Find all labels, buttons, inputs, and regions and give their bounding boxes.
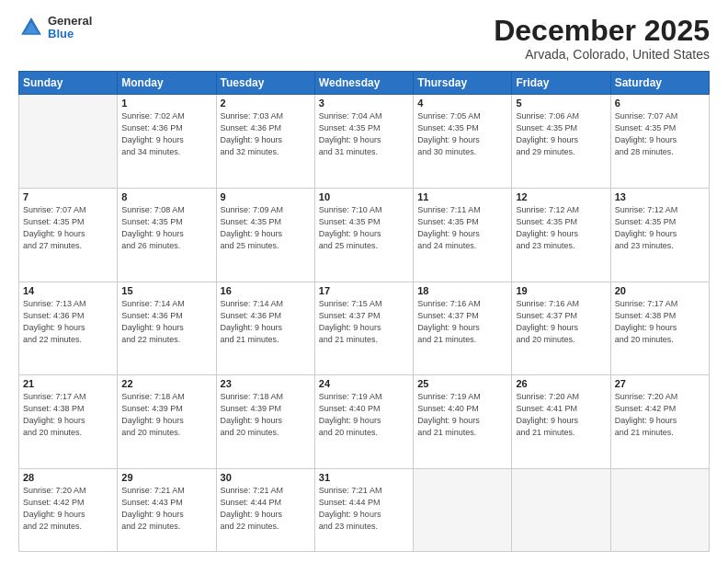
calendar-header-monday: Monday bbox=[118, 72, 216, 95]
table-row: 18Sunrise: 7:16 AMSunset: 4:37 PMDayligh… bbox=[414, 282, 512, 375]
logo: General Blue bbox=[18, 15, 92, 41]
table-row: 27Sunrise: 7:20 AMSunset: 4:42 PMDayligh… bbox=[610, 375, 709, 469]
day-number: 9 bbox=[221, 191, 311, 202]
table-row: 14Sunrise: 7:13 AMSunset: 4:36 PMDayligh… bbox=[19, 282, 118, 375]
day-info: Sunrise: 7:18 AMSunset: 4:39 PMDaylight:… bbox=[121, 391, 211, 439]
day-info: Sunrise: 7:04 AMSunset: 4:35 PMDaylight:… bbox=[319, 110, 409, 158]
table-row: 13Sunrise: 7:12 AMSunset: 4:35 PMDayligh… bbox=[610, 188, 709, 282]
day-info: Sunrise: 7:18 AMSunset: 4:39 PMDaylight:… bbox=[221, 391, 311, 439]
day-number: 3 bbox=[319, 98, 409, 109]
day-info: Sunrise: 7:05 AMSunset: 4:35 PMDaylight:… bbox=[417, 110, 507, 158]
day-number: 27 bbox=[615, 378, 705, 389]
table-row: 29Sunrise: 7:21 AMSunset: 4:43 PMDayligh… bbox=[118, 468, 216, 551]
day-number: 26 bbox=[516, 378, 606, 389]
day-info: Sunrise: 7:14 AMSunset: 4:36 PMDaylight:… bbox=[121, 298, 211, 346]
day-info: Sunrise: 7:20 AMSunset: 4:41 PMDaylight:… bbox=[516, 391, 606, 439]
calendar-header-row: SundayMondayTuesdayWednesdayThursdayFrid… bbox=[19, 72, 710, 95]
table-row: 3Sunrise: 7:04 AMSunset: 4:35 PMDaylight… bbox=[314, 95, 413, 189]
day-info: Sunrise: 7:20 AMSunset: 4:42 PMDaylight:… bbox=[615, 391, 705, 439]
calendar-header-friday: Friday bbox=[512, 72, 610, 95]
day-number: 1 bbox=[121, 98, 211, 109]
header: General Blue December 2025 Arvada, Color… bbox=[18, 15, 710, 62]
table-row: 19Sunrise: 7:16 AMSunset: 4:37 PMDayligh… bbox=[512, 282, 610, 375]
table-row: 20Sunrise: 7:17 AMSunset: 4:38 PMDayligh… bbox=[610, 282, 709, 375]
day-info: Sunrise: 7:07 AMSunset: 4:35 PMDaylight:… bbox=[615, 110, 705, 158]
day-info: Sunrise: 7:13 AMSunset: 4:36 PMDaylight:… bbox=[23, 298, 113, 346]
table-row: 7Sunrise: 7:07 AMSunset: 4:35 PMDaylight… bbox=[19, 188, 118, 282]
calendar-header-wednesday: Wednesday bbox=[314, 72, 413, 95]
table-row: 8Sunrise: 7:08 AMSunset: 4:35 PMDaylight… bbox=[118, 188, 216, 282]
page-title: December 2025 bbox=[494, 15, 710, 47]
table-row: 10Sunrise: 7:10 AMSunset: 4:35 PMDayligh… bbox=[314, 188, 413, 282]
calendar-week-2: 7Sunrise: 7:07 AMSunset: 4:35 PMDaylight… bbox=[19, 188, 710, 282]
calendar-header-tuesday: Tuesday bbox=[216, 72, 314, 95]
day-info: Sunrise: 7:11 AMSunset: 4:35 PMDaylight:… bbox=[417, 204, 507, 252]
day-info: Sunrise: 7:16 AMSunset: 4:37 PMDaylight:… bbox=[417, 298, 507, 346]
logo-blue: Blue bbox=[48, 28, 92, 40]
day-number: 16 bbox=[221, 285, 311, 296]
day-info: Sunrise: 7:10 AMSunset: 4:35 PMDaylight:… bbox=[319, 204, 409, 252]
logo-general: General bbox=[48, 15, 92, 28]
day-number: 10 bbox=[319, 191, 409, 202]
day-number: 30 bbox=[221, 472, 311, 483]
day-info: Sunrise: 7:17 AMSunset: 4:38 PMDaylight:… bbox=[23, 391, 113, 439]
page-subtitle: Arvada, Colorado, United States bbox=[494, 47, 710, 62]
day-number: 7 bbox=[23, 191, 113, 202]
day-info: Sunrise: 7:21 AMSunset: 4:43 PMDaylight:… bbox=[121, 485, 211, 533]
table-row bbox=[414, 468, 512, 551]
table-row bbox=[610, 468, 709, 551]
day-number: 14 bbox=[23, 285, 113, 296]
logo-text: General Blue bbox=[48, 15, 92, 41]
day-number: 31 bbox=[319, 472, 409, 483]
table-row: 17Sunrise: 7:15 AMSunset: 4:37 PMDayligh… bbox=[314, 282, 413, 375]
table-row: 30Sunrise: 7:21 AMSunset: 4:44 PMDayligh… bbox=[216, 468, 314, 551]
day-number: 19 bbox=[516, 285, 606, 296]
table-row: 21Sunrise: 7:17 AMSunset: 4:38 PMDayligh… bbox=[19, 375, 118, 469]
page: General Blue December 2025 Arvada, Color… bbox=[0, 0, 728, 563]
calendar-table: SundayMondayTuesdayWednesdayThursdayFrid… bbox=[18, 71, 710, 552]
table-row bbox=[19, 95, 118, 189]
calendar-header-thursday: Thursday bbox=[414, 72, 512, 95]
day-number: 4 bbox=[417, 98, 507, 109]
day-number: 2 bbox=[221, 98, 311, 109]
day-number: 23 bbox=[221, 378, 311, 389]
table-row: 16Sunrise: 7:14 AMSunset: 4:36 PMDayligh… bbox=[216, 282, 314, 375]
day-info: Sunrise: 7:17 AMSunset: 4:38 PMDaylight:… bbox=[615, 298, 705, 346]
day-info: Sunrise: 7:19 AMSunset: 4:40 PMDaylight:… bbox=[417, 391, 507, 439]
table-row: 9Sunrise: 7:09 AMSunset: 4:35 PMDaylight… bbox=[216, 188, 314, 282]
calendar-week-4: 21Sunrise: 7:17 AMSunset: 4:38 PMDayligh… bbox=[19, 375, 710, 469]
day-number: 20 bbox=[615, 285, 705, 296]
day-info: Sunrise: 7:12 AMSunset: 4:35 PMDaylight:… bbox=[615, 204, 705, 252]
day-info: Sunrise: 7:06 AMSunset: 4:35 PMDaylight:… bbox=[516, 110, 606, 158]
table-row: 31Sunrise: 7:21 AMSunset: 4:44 PMDayligh… bbox=[314, 468, 413, 551]
table-row: 22Sunrise: 7:18 AMSunset: 4:39 PMDayligh… bbox=[118, 375, 216, 469]
table-row: 28Sunrise: 7:20 AMSunset: 4:42 PMDayligh… bbox=[19, 468, 118, 551]
table-row: 6Sunrise: 7:07 AMSunset: 4:35 PMDaylight… bbox=[610, 95, 709, 189]
calendar-header-saturday: Saturday bbox=[610, 72, 709, 95]
day-number: 15 bbox=[121, 285, 211, 296]
title-block: December 2025 Arvada, Colorado, United S… bbox=[494, 15, 710, 62]
day-info: Sunrise: 7:09 AMSunset: 4:35 PMDaylight:… bbox=[221, 204, 311, 252]
table-row: 11Sunrise: 7:11 AMSunset: 4:35 PMDayligh… bbox=[414, 188, 512, 282]
table-row: 2Sunrise: 7:03 AMSunset: 4:36 PMDaylight… bbox=[216, 95, 314, 189]
day-info: Sunrise: 7:15 AMSunset: 4:37 PMDaylight:… bbox=[319, 298, 409, 346]
day-info: Sunrise: 7:19 AMSunset: 4:40 PMDaylight:… bbox=[319, 391, 409, 439]
day-number: 18 bbox=[417, 285, 507, 296]
day-number: 12 bbox=[516, 191, 606, 202]
table-row: 15Sunrise: 7:14 AMSunset: 4:36 PMDayligh… bbox=[118, 282, 216, 375]
table-row: 25Sunrise: 7:19 AMSunset: 4:40 PMDayligh… bbox=[414, 375, 512, 469]
table-row: 5Sunrise: 7:06 AMSunset: 4:35 PMDaylight… bbox=[512, 95, 610, 189]
day-number: 8 bbox=[121, 191, 211, 202]
day-info: Sunrise: 7:03 AMSunset: 4:36 PMDaylight:… bbox=[221, 110, 311, 158]
day-number: 22 bbox=[121, 378, 211, 389]
logo-icon bbox=[18, 15, 44, 40]
day-number: 24 bbox=[319, 378, 409, 389]
day-number: 6 bbox=[615, 98, 705, 109]
table-row: 23Sunrise: 7:18 AMSunset: 4:39 PMDayligh… bbox=[216, 375, 314, 469]
table-row: 24Sunrise: 7:19 AMSunset: 4:40 PMDayligh… bbox=[314, 375, 413, 469]
table-row: 26Sunrise: 7:20 AMSunset: 4:41 PMDayligh… bbox=[512, 375, 610, 469]
day-info: Sunrise: 7:20 AMSunset: 4:42 PMDaylight:… bbox=[23, 485, 113, 533]
calendar-week-1: 1Sunrise: 7:02 AMSunset: 4:36 PMDaylight… bbox=[19, 95, 710, 189]
day-number: 5 bbox=[516, 98, 606, 109]
day-info: Sunrise: 7:21 AMSunset: 4:44 PMDaylight:… bbox=[221, 485, 311, 533]
